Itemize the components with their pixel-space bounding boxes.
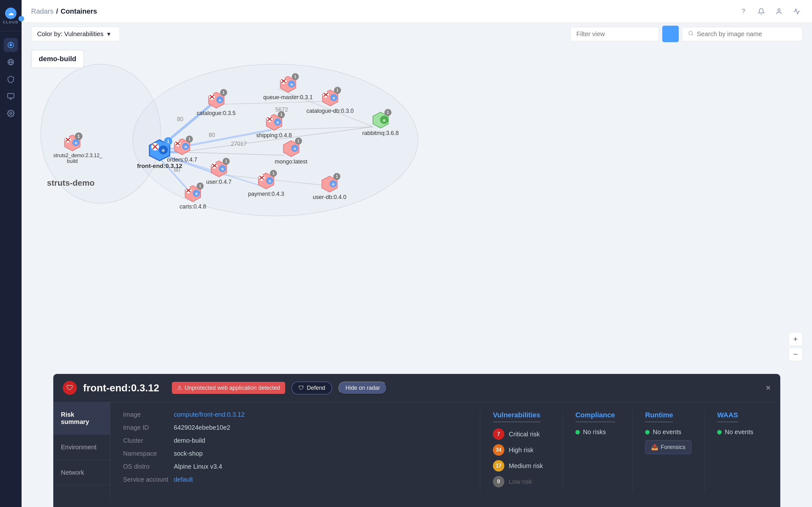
- node-payment[interactable]: ⎈ 1 payment:0.4.3: [248, 172, 284, 198]
- analytics-icon[interactable]: [791, 6, 803, 17]
- compliance-title[interactable]: Compliance: [575, 411, 615, 422]
- sidebar-toggle[interactable]: ›: [18, 16, 24, 21]
- runtime-section: Runtime No events 📤 Forensics: [632, 411, 704, 492]
- node-user[interactable]: ⎈ 1 user:0.4.7: [206, 160, 232, 185]
- sidebar-item-radar[interactable]: [4, 38, 18, 52]
- svg-point-9: [10, 112, 12, 114]
- detail-sidebar: Risk summary Environment Network: [53, 402, 110, 501]
- node-user-db[interactable]: ⎈ 1 user-db:0.4.0: [313, 175, 346, 201]
- namespace-label: Namespace: [123, 450, 174, 457]
- filter-input[interactable]: [570, 27, 659, 41]
- defend-button[interactable]: 🛡 Defend: [292, 382, 332, 395]
- service-account-label: Service account: [123, 476, 174, 483]
- shield-icon: 🛡: [299, 385, 304, 391]
- svg-text:⎈: ⎈: [268, 178, 271, 183]
- detail-node-icon: 🛡: [63, 381, 77, 395]
- svg-text:⎈: ⎈: [221, 166, 224, 171]
- vuln-row-high: 34 High risk: [493, 444, 550, 456]
- help-icon[interactable]: ?: [738, 6, 749, 17]
- breadcrumb: Radars / Containers: [31, 7, 97, 15]
- runtime-status-dot: [645, 430, 650, 435]
- node-catalogue-db[interactable]: ⎈ 1 catalogue-db:0.3.0: [306, 89, 354, 114]
- detail-image-info: Image compute/front-end:0.3.12 Image ID …: [123, 411, 480, 492]
- svg-text:⎈: ⎈: [74, 140, 78, 146]
- compliance-status-text: No risks: [583, 429, 606, 436]
- low-badge: 0: [493, 476, 504, 487]
- image-value[interactable]: compute/front-end:0.3.12: [174, 411, 245, 418]
- sidebar-item-globe[interactable]: [4, 55, 18, 69]
- search-input[interactable]: [697, 31, 797, 38]
- search-icon: [688, 31, 694, 38]
- color-by-label: Color by: Vulnerabilities: [37, 31, 103, 38]
- breadcrumb-parent[interactable]: Radars: [31, 7, 54, 15]
- compliance-section: Compliance No risks: [562, 411, 632, 492]
- user-icon[interactable]: [773, 6, 785, 17]
- notifications-icon[interactable]: [756, 6, 767, 17]
- detail-row-cluster: Cluster demo-build: [123, 437, 467, 444]
- high-badge: 34: [493, 444, 504, 456]
- os-distro-value: Alpine Linux v3.4: [174, 463, 222, 470]
- node-label-card: demo-build: [31, 50, 84, 68]
- sidebar-item-shield[interactable]: [4, 72, 18, 86]
- chevron-down-icon: ▾: [107, 30, 110, 38]
- svg-text:⎈: ⎈: [276, 119, 280, 125]
- os-distro-label: OS distro: [123, 463, 174, 470]
- group-label-struts-demo: struts-demo: [47, 178, 95, 188]
- svg-rect-6: [8, 94, 14, 98]
- filter-button[interactable]: [662, 26, 679, 42]
- defend-label: Defend: [307, 385, 325, 391]
- hide-on-radar-button[interactable]: Hide on radar: [339, 382, 387, 395]
- node-card-label: demo-build: [39, 55, 77, 63]
- forensics-label: Forensics: [661, 444, 686, 451]
- zoom-out-button[interactable]: −: [789, 347, 803, 361]
- node-shipping[interactable]: ⎈ 1 shipping:0.4.8: [256, 113, 292, 139]
- low-label: Low risk: [509, 478, 532, 486]
- alert-badge: ⚠ Unprotected web application detected: [172, 382, 285, 394]
- detail-tab-environment[interactable]: Environment: [53, 435, 110, 460]
- runtime-title[interactable]: Runtime: [645, 411, 673, 422]
- svg-text:⎈: ⎈: [218, 97, 221, 103]
- node-mongo[interactable]: ⎈ 1 mongo:latest: [275, 139, 307, 165]
- vulnerabilities-title[interactable]: Vulnerabilities: [493, 411, 541, 422]
- search-input-wrap: [682, 27, 803, 41]
- node-queue-master[interactable]: ⎈ 1 queue-master:0.3.1: [263, 75, 313, 101]
- detail-tab-risk-summary[interactable]: Risk summary: [53, 402, 110, 435]
- critical-badge: 7: [493, 429, 504, 440]
- detail-tab-network[interactable]: Network: [53, 460, 110, 486]
- zoom-in-button[interactable]: +: [789, 332, 803, 346]
- logo-text: CLOUD: [3, 20, 18, 24]
- detail-body: Risk summary Environment Network Image c…: [53, 402, 780, 501]
- logo-icon: ☁: [5, 8, 16, 19]
- detail-header: 🛡 front-end:0.3.12 ⚠ Unprotected web app…: [53, 374, 780, 402]
- detail-row-namespace: Namespace sock-shop: [123, 450, 467, 457]
- waas-status-dot: [717, 430, 722, 435]
- close-button[interactable]: ×: [766, 383, 771, 393]
- medium-label: Medium risk: [509, 462, 543, 469]
- sidebar-item-settings[interactable]: [4, 107, 18, 120]
- node-struts2-demo[interactable]: ⎈ 1 struts2_demo:2.3.12_build: [53, 134, 91, 164]
- node-orders[interactable]: ⎈ 1 orders:0.4.7: [167, 137, 197, 163]
- node-carts[interactable]: ⎈ 1 carts:0.4.8: [180, 184, 206, 210]
- sidebar-nav: [0, 32, 21, 120]
- compliance-status-dot: [575, 430, 580, 435]
- waas-status-text: No events: [725, 429, 753, 436]
- node-rabbitmq[interactable]: ⎈ 1 rabbitmq:3.6.8: [362, 111, 399, 136]
- waas-section: WAAS No events: [704, 411, 768, 492]
- image-id-label: Image ID: [123, 424, 174, 431]
- sidebar-item-monitor[interactable]: [4, 89, 18, 103]
- alert-icon: ⚠: [177, 384, 182, 391]
- breadcrumb-separator: /: [56, 7, 58, 15]
- topbar-icons: ?: [738, 6, 803, 17]
- forensics-button[interactable]: 📤 Forensics: [645, 440, 692, 454]
- svg-text:⎈: ⎈: [382, 117, 386, 123]
- svg-text:⎈: ⎈: [161, 147, 165, 153]
- vulnerabilities-section: Vulnerabilities 7 Critical risk 34 High …: [480, 411, 562, 492]
- medium-badge: 17: [493, 460, 504, 471]
- svg-text:⎈: ⎈: [184, 144, 187, 149]
- color-by-dropdown[interactable]: Color by: Vulnerabilities ▾: [31, 26, 120, 41]
- svg-text:⎈: ⎈: [333, 95, 335, 101]
- runtime-status-text: No events: [653, 429, 681, 436]
- service-account-value[interactable]: default: [174, 476, 193, 483]
- node-catalogue[interactable]: ⎈ 1 catalogue:0.3.5: [197, 91, 236, 117]
- waas-title[interactable]: WAAS: [717, 411, 738, 422]
